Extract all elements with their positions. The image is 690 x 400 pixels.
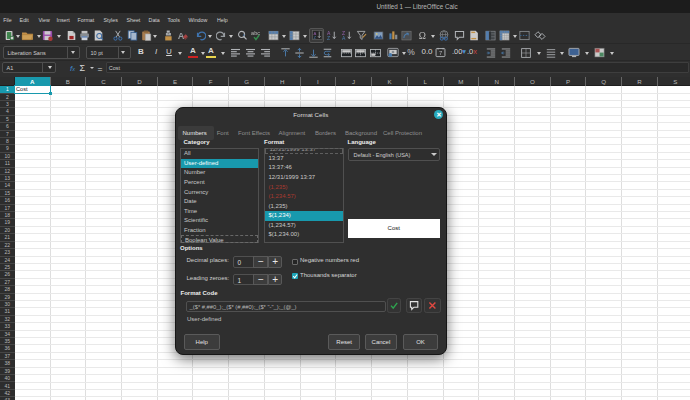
svg-text:A: A — [178, 31, 185, 41]
svg-text:Z: Z — [313, 35, 316, 40]
svg-text:Ω: Ω — [419, 30, 426, 41]
svg-text:7: 7 — [438, 50, 441, 56]
svg-text:A: A — [342, 35, 346, 41]
svg-text:Z: Z — [327, 35, 330, 41]
svg-text:a: a — [243, 33, 246, 37]
